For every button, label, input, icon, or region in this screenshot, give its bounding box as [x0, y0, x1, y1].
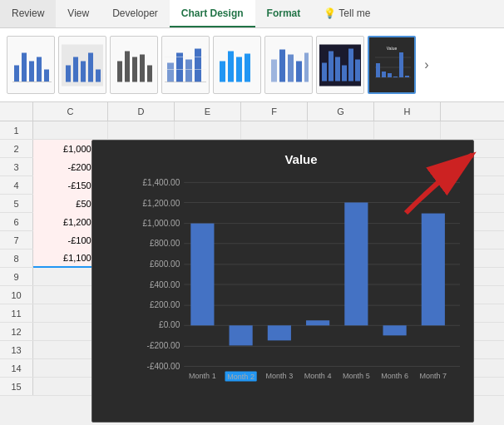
- tab-developer[interactable]: Developer: [101, 0, 170, 27]
- svg-text:-£200.00: -£200.00: [147, 341, 180, 350]
- svg-text:£0.00: £0.00: [159, 320, 180, 329]
- svg-rect-14: [132, 57, 137, 82]
- cell-g1[interactable]: [308, 121, 374, 140]
- chart[interactable]: Value .grid-line { stroke: #555; stroke-…: [91, 140, 474, 423]
- svg-rect-11: [96, 69, 101, 82]
- row-number: 3: [0, 158, 33, 175]
- row-number: 12: [0, 323, 33, 340]
- svg-rect-27: [245, 53, 250, 82]
- col-header-e[interactable]: E: [175, 102, 241, 121]
- svg-rect-31: [296, 61, 302, 82]
- ribbon-tab-bar: Review View Developer Chart Design Forma…: [0, 0, 504, 28]
- chart-style-6[interactable]: [264, 36, 313, 94]
- bar-month7: [422, 214, 445, 326]
- grid-area: 1 2 £1,000.00 3 -£200.00: [0, 121, 504, 425]
- svg-rect-50: [405, 76, 409, 77]
- svg-rect-13: [125, 51, 130, 82]
- table-row: 1: [0, 121, 504, 140]
- tab-chart-design[interactable]: Chart Design: [170, 0, 255, 27]
- col-header-c[interactable]: C: [33, 102, 108, 121]
- cell-f1[interactable]: [241, 121, 308, 140]
- svg-rect-49: [399, 52, 403, 77]
- svg-text:Value: Value: [387, 46, 398, 51]
- row-number: 6: [0, 213, 33, 230]
- svg-rect-48: [393, 77, 398, 77]
- svg-rect-15: [140, 54, 145, 82]
- cell-c1[interactable]: [33, 121, 108, 140]
- row-number: 5: [0, 195, 33, 212]
- svg-rect-16: [147, 65, 152, 82]
- chart-area: .grid-line { stroke: #555; stroke-width:…: [142, 175, 460, 391]
- chart-svg: .grid-line { stroke: #555; stroke-width:…: [142, 175, 460, 391]
- bar-month2: [230, 325, 253, 345]
- row-header-spacer: [0, 102, 33, 121]
- chart-style-3[interactable]: [110, 36, 158, 94]
- cell-e1[interactable]: [175, 121, 241, 140]
- svg-rect-8: [73, 57, 78, 82]
- row-number: 2: [0, 140, 33, 157]
- col-header-g[interactable]: G: [308, 102, 374, 121]
- svg-rect-32: [304, 52, 309, 82]
- column-headers: C D E F G H: [0, 102, 504, 121]
- svg-text:£400.00: £400.00: [150, 280, 180, 289]
- col-header-h[interactable]: H: [374, 102, 441, 121]
- svg-text:Month 3: Month 3: [266, 372, 294, 380]
- svg-rect-34: [322, 62, 327, 81]
- row-number: 1: [0, 121, 33, 139]
- svg-rect-12: [117, 61, 122, 82]
- svg-text:£600.00: £600.00: [150, 259, 180, 269]
- bar-month1: [190, 224, 214, 326]
- tab-format[interactable]: Format: [255, 0, 313, 27]
- svg-rect-38: [348, 48, 353, 81]
- chart-title: Value: [142, 152, 460, 166]
- row-number: 4: [0, 176, 33, 194]
- svg-rect-28: [271, 59, 277, 82]
- svg-rect-47: [388, 73, 392, 77]
- svg-rect-20: [195, 48, 201, 82]
- ribbon-scroll-right[interactable]: ›: [419, 36, 434, 94]
- chart-style-4[interactable]: [161, 36, 210, 94]
- svg-text:Month 4: Month 4: [304, 372, 332, 380]
- svg-rect-17: [167, 62, 174, 82]
- row-number: 11: [0, 304, 33, 322]
- svg-rect-36: [335, 57, 340, 81]
- cell-h1[interactable]: [374, 121, 441, 140]
- chart-style-8[interactable]: Value: [368, 36, 416, 94]
- svg-rect-9: [81, 61, 86, 82]
- svg-text:£1,400.00: £1,400.00: [143, 178, 180, 187]
- chart-style-7[interactable]: [316, 36, 364, 94]
- svg-rect-1: [22, 52, 27, 82]
- svg-rect-29: [279, 49, 285, 82]
- chart-style-2[interactable]: [58, 36, 106, 94]
- svg-rect-2: [29, 61, 34, 82]
- bar-month4: [306, 320, 329, 325]
- row-number: 7: [0, 231, 33, 249]
- row-number: 13: [0, 341, 33, 358]
- svg-rect-37: [342, 65, 347, 81]
- chart-style-1[interactable]: [7, 36, 55, 94]
- row-number: 14: [0, 359, 33, 377]
- svg-rect-7: [66, 65, 71, 82]
- svg-rect-26: [236, 57, 242, 82]
- row-number: 15: [0, 378, 33, 395]
- svg-text:-£400.00: -£400.00: [147, 362, 180, 371]
- svg-rect-3: [37, 57, 42, 82]
- ribbon: Review View Developer Chart Design Forma…: [0, 0, 504, 102]
- svg-text:£200.00: £200.00: [150, 300, 180, 309]
- col-header-f[interactable]: F: [241, 102, 308, 121]
- svg-rect-45: [376, 63, 380, 77]
- svg-rect-24: [220, 61, 225, 82]
- svg-rect-0: [14, 65, 19, 82]
- svg-text:Month 2: Month 2: [227, 373, 254, 381]
- col-header-d[interactable]: D: [108, 102, 175, 121]
- svg-text:Month 7: Month 7: [420, 372, 447, 380]
- svg-rect-10: [88, 52, 93, 82]
- chart-style-5[interactable]: [213, 36, 261, 94]
- tab-tell-me[interactable]: 💡 Tell me: [312, 0, 382, 27]
- cell-d1[interactable]: [108, 121, 175, 140]
- row-number: 8: [0, 250, 33, 267]
- tab-review[interactable]: Review: [0, 0, 56, 27]
- svg-rect-30: [288, 54, 294, 82]
- svg-rect-35: [329, 51, 334, 81]
- tab-view[interactable]: View: [56, 0, 101, 27]
